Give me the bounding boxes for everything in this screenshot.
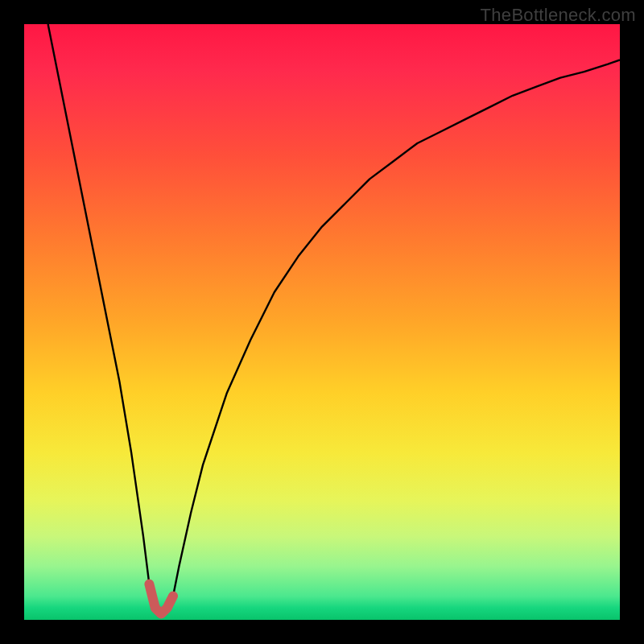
plot-svg bbox=[24, 24, 620, 620]
operating-point-marker bbox=[149, 584, 173, 614]
plot-area bbox=[24, 24, 620, 620]
chart-frame: TheBottleneck.com bbox=[0, 0, 644, 644]
bottleneck-curve bbox=[48, 24, 620, 614]
watermark-text: TheBottleneck.com bbox=[481, 5, 636, 26]
